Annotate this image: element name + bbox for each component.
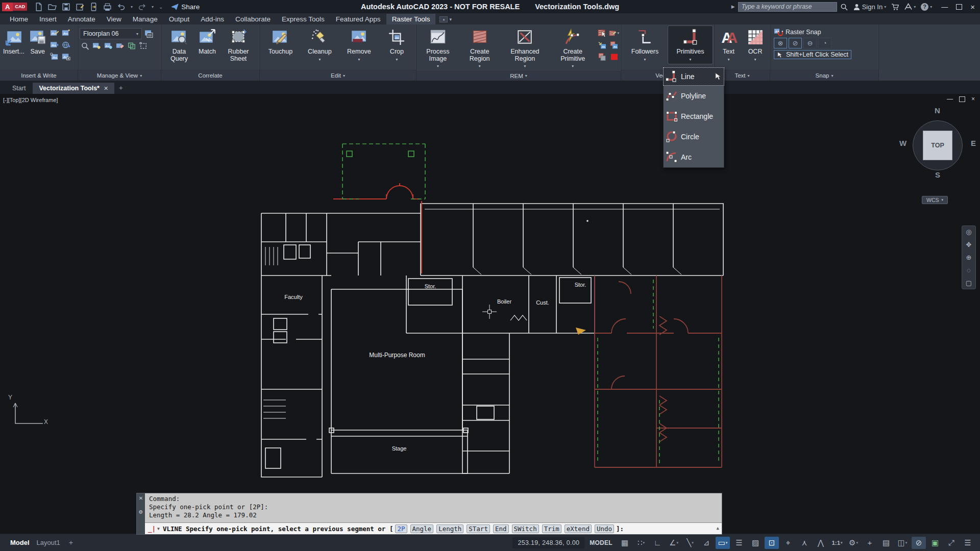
viewcube-south[interactable]: S bbox=[935, 170, 940, 179]
model-tab[interactable]: Model bbox=[10, 539, 30, 546]
app-store-cart-icon[interactable] bbox=[891, 3, 899, 11]
write-options-icon[interactable] bbox=[50, 28, 60, 38]
sign-in-button[interactable]: Sign In ▾ bbox=[853, 3, 887, 11]
fullscreen-toggle[interactable]: ⤢ bbox=[944, 537, 959, 549]
space-badge[interactable]: MODEL bbox=[586, 539, 616, 546]
annotation-scale-button[interactable]: 1:1▾ bbox=[830, 537, 844, 549]
steering-wheel-icon[interactable]: ◎ bbox=[966, 228, 971, 236]
hide-image-icon[interactable] bbox=[104, 42, 113, 50]
panel-footer-rem[interactable]: REM▾ bbox=[416, 71, 621, 81]
web-image-icon[interactable] bbox=[61, 40, 71, 50]
isolate-objects-button[interactable]: ◫▾ bbox=[895, 537, 910, 549]
print-icon[interactable] bbox=[103, 3, 112, 11]
tab-view[interactable]: View bbox=[101, 14, 127, 24]
share-button[interactable]: Share bbox=[171, 3, 200, 11]
isodraft-toggle[interactable]: ╲▾ bbox=[683, 537, 697, 549]
new-file-icon[interactable] bbox=[34, 3, 43, 11]
command-input-line[interactable]: _| ▼ VLINE Specify one-pick point, selec… bbox=[145, 522, 722, 534]
create-primitive-button[interactable]: Create Primitive ▾ bbox=[549, 26, 596, 71]
orbit-icon[interactable]: ◌ bbox=[967, 266, 971, 274]
data-query-button[interactable]: Data Query bbox=[163, 26, 195, 63]
viewcube-north[interactable]: N bbox=[935, 106, 940, 115]
pan-icon[interactable]: ✥ bbox=[966, 241, 972, 248]
touchup-button[interactable]: Touchup bbox=[261, 26, 300, 57]
hardware-acceleration-icon[interactable]: ▣ bbox=[928, 537, 942, 549]
close-tab-icon[interactable]: ✕ bbox=[104, 85, 108, 92]
osnap-tracking-toggle[interactable]: ⊿ bbox=[699, 537, 714, 549]
zoom-icon[interactable]: ⊕ bbox=[966, 254, 972, 261]
showmotion-icon[interactable]: ▢ bbox=[966, 279, 972, 287]
search-icon[interactable] bbox=[840, 3, 848, 11]
option-switch[interactable]: SWitch bbox=[512, 524, 539, 533]
option-2p[interactable]: 2P bbox=[395, 524, 407, 533]
ribbon-display-toggle[interactable]: ▴▾ bbox=[439, 16, 452, 24]
annotation-visibility-toggle[interactable]: ⋀ bbox=[814, 537, 828, 549]
command-line-toggle[interactable]: ▤ bbox=[879, 537, 893, 549]
snap-end-toggle[interactable]: ⊘ bbox=[789, 38, 802, 48]
lineweight-toggle[interactable]: ☰ bbox=[732, 537, 746, 549]
wcs-menu[interactable]: WCS▾ bbox=[922, 196, 948, 204]
file-tab-active-document[interactable]: Vectorization Tools* ✕ bbox=[33, 83, 114, 94]
menu-item-arc[interactable]: Arc bbox=[664, 147, 724, 167]
new-layout-button[interactable]: ＋ bbox=[67, 538, 75, 547]
enhanced-region-button[interactable]: Enhanced Region ▾ bbox=[502, 26, 549, 71]
insert-image-button[interactable]: Insert... bbox=[2, 26, 26, 57]
region-edit-icon[interactable]: ▾ bbox=[609, 28, 619, 38]
snap-center-toggle[interactable]: ⊖ bbox=[803, 38, 817, 48]
command-recent-dropdown-icon[interactable]: ▼ bbox=[157, 527, 160, 531]
tab-add-ins[interactable]: Add-ins bbox=[195, 14, 230, 24]
tab-home[interactable]: Home bbox=[4, 14, 34, 24]
qat-customize-icon[interactable]: ⌄ bbox=[159, 4, 163, 10]
image-frames-icon[interactable] bbox=[128, 42, 136, 50]
image-extents-icon[interactable] bbox=[139, 42, 148, 50]
menu-item-line[interactable]: Line bbox=[663, 67, 724, 86]
menu-item-polyline[interactable]: Polyline bbox=[664, 86, 724, 106]
rem-color-icon[interactable] bbox=[609, 52, 619, 62]
polar-tracking-toggle[interactable]: ∠▾ bbox=[667, 537, 681, 549]
rem-to-image-icon[interactable] bbox=[597, 40, 607, 50]
close-button[interactable]: × bbox=[970, 3, 975, 11]
erase-image-icon[interactable] bbox=[116, 42, 125, 50]
tab-featured-apps[interactable]: Featured Apps bbox=[330, 14, 386, 24]
option-start[interactable]: STart bbox=[467, 524, 490, 533]
crop-button[interactable]: Crop ▾ bbox=[379, 26, 414, 64]
search-collapse-icon[interactable]: ▶ bbox=[731, 4, 735, 9]
tab-annotate[interactable]: Annotate bbox=[62, 14, 101, 24]
autodesk-app-button[interactable]: ▾ bbox=[904, 3, 916, 10]
text-button[interactable]: AA Text ▾ bbox=[716, 26, 741, 64]
command-close-icon[interactable]: ✕ bbox=[139, 495, 143, 501]
sign-in-dropdown-icon[interactable]: ▾ bbox=[884, 5, 886, 9]
zoom-to-image-icon[interactable] bbox=[81, 42, 89, 50]
smart-pick-icon[interactable] bbox=[597, 28, 607, 38]
rem-merge-icon[interactable] bbox=[609, 40, 619, 50]
export-image-icon[interactable] bbox=[50, 40, 60, 50]
autocad-logo-icon[interactable]: A CAD bbox=[2, 3, 27, 11]
3d-object-snap-toggle[interactable]: ⌖ bbox=[781, 537, 795, 549]
workspace-switching-button[interactable]: ⚙▾ bbox=[846, 537, 861, 549]
image-manager-icon[interactable] bbox=[144, 30, 153, 38]
panel-footer-snap[interactable]: Snap▾ bbox=[770, 70, 878, 81]
panel-footer-edit[interactable]: Edit▾ bbox=[260, 70, 416, 81]
file-tab-start[interactable]: Start bbox=[6, 83, 32, 94]
restore-button[interactable] bbox=[956, 4, 962, 10]
undo-icon[interactable] bbox=[117, 3, 126, 11]
clean-screen-toggle[interactable]: + bbox=[863, 537, 877, 549]
snap-corner-toggle[interactable]: ◔ bbox=[818, 38, 831, 48]
undo-dropdown-icon[interactable]: ▾ bbox=[131, 5, 133, 9]
dynamic-ucs-toggle[interactable]: ⋏ bbox=[797, 537, 812, 549]
menu-item-rectangle[interactable]: Rectangle bbox=[664, 106, 724, 127]
transparency-toggle[interactable]: ▨ bbox=[748, 537, 763, 549]
tab-output[interactable]: Output bbox=[163, 14, 195, 24]
option-trim[interactable]: Trim bbox=[542, 524, 561, 533]
option-angle[interactable]: Angle bbox=[410, 524, 434, 533]
option-length[interactable]: Length bbox=[436, 524, 463, 533]
minimize-button[interactable]: — bbox=[941, 3, 948, 11]
image-select-dropdown[interactable]: Floorplan 06 ▾ bbox=[80, 28, 142, 39]
rubber-sheet-button[interactable]: Rubber Sheet bbox=[219, 26, 258, 63]
viewcube[interactable]: TOP N S W E WCS▾ bbox=[899, 105, 976, 187]
redo-dropdown-icon[interactable]: ▾ bbox=[152, 5, 154, 9]
command-history[interactable]: Command: Specify one-pick point or [2P]:… bbox=[145, 493, 722, 522]
open-file-icon[interactable] bbox=[48, 3, 57, 11]
rem-gray-icon[interactable] bbox=[597, 52, 607, 62]
object-snap-toggle[interactable]: ▭▾ bbox=[716, 537, 730, 549]
